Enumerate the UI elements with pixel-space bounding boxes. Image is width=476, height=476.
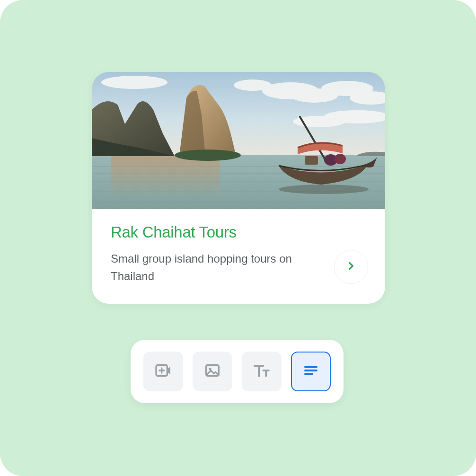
svg-point-5 [234, 79, 272, 91]
text-size-icon [252, 361, 271, 382]
tour-card-body: Rak Chaihat Tours Small group island hop… [92, 209, 385, 304]
canvas-background: Rak Chaihat Tours Small group island hop… [0, 0, 476, 476]
svg-point-16 [175, 150, 241, 161]
tour-card-description: Small group island hopping tours on Thai… [111, 250, 314, 285]
chevron-right-icon [346, 259, 356, 274]
tour-card-image [92, 72, 385, 209]
editor-toolbar [131, 340, 344, 403]
svg-point-19 [335, 154, 346, 164]
next-button[interactable] [334, 250, 368, 284]
tour-card: Rak Chaihat Tours Small group island hop… [92, 72, 385, 304]
text-align-button[interactable] [291, 352, 331, 391]
tour-card-title: Rak Chaihat Tours [111, 223, 366, 241]
svg-point-21 [279, 185, 369, 194]
video-plus-icon [154, 361, 173, 382]
image-icon [203, 361, 222, 382]
svg-rect-20 [305, 156, 318, 165]
text-style-button[interactable] [242, 352, 282, 391]
text-align-icon [302, 362, 319, 381]
add-video-button[interactable] [143, 352, 183, 391]
svg-rect-15 [111, 155, 220, 198]
add-image-button[interactable] [193, 352, 232, 391]
svg-point-6 [101, 76, 167, 89]
